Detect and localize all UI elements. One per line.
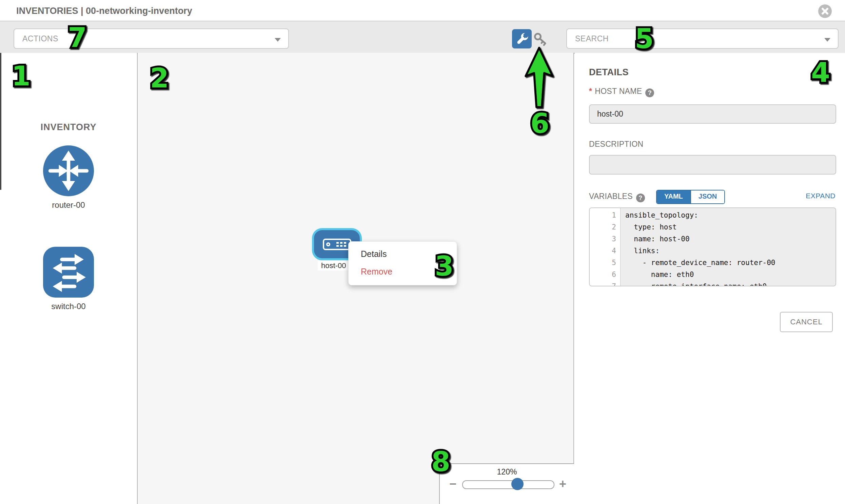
sidebar-edge-highlight	[0, 53, 1, 190]
code-line: links:	[620, 245, 835, 257]
zoom-level-value: 120%	[440, 467, 574, 476]
required-marker: *	[589, 87, 592, 95]
page-title: INVENTORIES | 00-networking-inventory	[16, 6, 192, 16]
editor-line-numbers: 1234567	[590, 208, 620, 286]
variables-format-toggle: YAML JSON	[656, 190, 725, 204]
line-number: 7	[590, 281, 620, 286]
description-label: DESCRIPTION	[589, 140, 643, 149]
line-number: 3	[590, 233, 620, 245]
search-dropdown[interactable]: SEARCH	[566, 29, 839, 49]
host-name-label-row: *HOST NAME?	[589, 87, 654, 97]
host-name-label: HOST NAME	[595, 87, 642, 95]
key-icon	[533, 32, 548, 47]
toggle-json[interactable]: JSON	[690, 191, 724, 203]
close-button[interactable]	[818, 4, 832, 18]
line-number: 6	[590, 269, 620, 281]
palette-item-label: switch-00	[0, 302, 137, 311]
toolbar: ACTIONS SEARCH	[0, 21, 845, 54]
palette-item-label: router-00	[0, 200, 137, 210]
zoom-control-panel: 120% − +	[439, 463, 574, 504]
variables-label-row: VARIABLES?	[589, 192, 645, 202]
code-line: type: host	[620, 221, 835, 233]
zoom-slider-handle[interactable]	[511, 478, 524, 490]
description-input[interactable]	[589, 155, 836, 175]
router-icon	[43, 145, 94, 196]
toolbar-tools-button[interactable]	[512, 29, 532, 49]
host-name-input[interactable]	[589, 104, 836, 124]
inventory-palette-title: INVENTORY	[0, 122, 137, 132]
host-node-label: host-00	[318, 261, 349, 270]
context-menu-item-details[interactable]: Details	[349, 245, 457, 263]
chevron-down-icon	[824, 38, 830, 42]
host-icon	[323, 239, 351, 250]
inventory-palette: INVENTORY router-00	[0, 53, 138, 504]
inventory-topology-window: INVENTORIES | 00-networking-inventory AC…	[0, 0, 845, 504]
line-number: 4	[590, 245, 620, 257]
context-menu-item-remove[interactable]: Remove	[349, 263, 457, 280]
chevron-down-icon	[275, 38, 281, 42]
line-number: 2	[590, 221, 620, 233]
cancel-button[interactable]: CANCEL	[780, 312, 833, 332]
help-icon[interactable]: ?	[645, 88, 654, 97]
zoom-in-button[interactable]: +	[559, 477, 566, 491]
zoom-slider-track[interactable]	[462, 480, 554, 489]
code-line: ansible_topology:	[620, 210, 835, 221]
palette-item-router[interactable]: router-00	[0, 145, 137, 210]
key-button[interactable]	[533, 32, 548, 47]
code-line: name: host-00	[620, 233, 835, 245]
line-number: 1	[590, 210, 620, 221]
search-dropdown-placeholder: SEARCH	[575, 34, 609, 43]
code-line: remote_interface_name: eth0	[620, 281, 835, 286]
line-number: 5	[590, 257, 620, 269]
details-panel: DETAILS *HOST NAME? DESCRIPTION VARIABLE…	[575, 53, 845, 504]
close-icon	[821, 7, 829, 15]
header-bar: INVENTORIES | 00-networking-inventory	[0, 0, 845, 21]
zoom-out-button[interactable]: −	[449, 477, 456, 491]
node-context-menu: Details Remove	[348, 241, 457, 285]
variables-label: VARIABLES	[589, 192, 633, 201]
code-line: - remote_device_name: router-00	[620, 257, 835, 269]
details-panel-title: DETAILS	[589, 67, 629, 78]
actions-dropdown-placeholder: ACTIONS	[22, 34, 58, 43]
actions-dropdown[interactable]: ACTIONS	[14, 29, 289, 49]
toggle-yaml[interactable]: YAML	[657, 191, 690, 203]
code-line: name: eth0	[620, 269, 835, 281]
editor-code-lines: ansible_topology: type: host name: host-…	[620, 208, 835, 286]
expand-link[interactable]: EXPAND	[806, 192, 835, 200]
switch-icon	[43, 247, 94, 298]
wrench-icon	[515, 32, 529, 46]
variables-code-editor[interactable]: 1234567 ansible_topology: type: host nam…	[589, 208, 836, 286]
palette-item-switch[interactable]: switch-00	[0, 247, 137, 311]
help-icon[interactable]: ?	[636, 194, 645, 202]
